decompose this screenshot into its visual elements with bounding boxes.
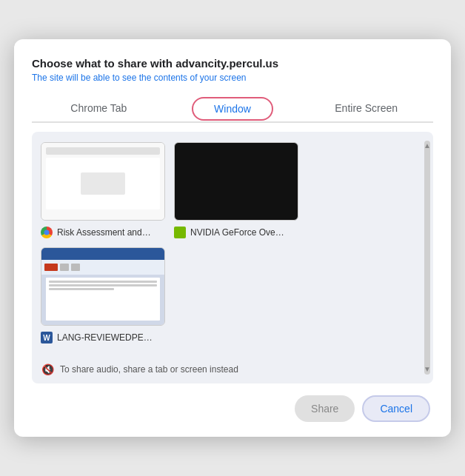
- ribbon-btn3: [71, 264, 80, 271]
- audio-icon: 🔇: [41, 363, 54, 376]
- word-top-bar: [41, 248, 164, 260]
- word-thumb-inner: [41, 248, 164, 325]
- window-label: W LANG-REVIEWEDPERCU...: [41, 332, 165, 343]
- window-thumbnail: [174, 142, 298, 221]
- thumb-content: [46, 158, 160, 209]
- window-label: Risk Assessment and H...: [41, 227, 165, 238]
- tab-window-wrapper: Window: [166, 96, 300, 121]
- tab-entire-screen[interactable]: Entire Screen: [299, 96, 433, 121]
- list-item[interactable]: NVIDIA GeForce Overlay: [174, 142, 298, 238]
- nvidia-icon: [174, 227, 186, 238]
- chrome-icon: [41, 227, 53, 238]
- window-label: NVIDIA GeForce Overlay: [174, 227, 298, 238]
- window-label-text: Risk Assessment and H...: [57, 227, 153, 238]
- ribbon-btn: [44, 264, 58, 271]
- list-item[interactable]: W LANG-REVIEWEDPERCU...: [41, 247, 165, 343]
- audio-notice: 🔇 To share audio, share a tab or screen …: [41, 352, 424, 376]
- word-doc-area: [46, 278, 160, 321]
- share-dialog: Choose what to share with advancity.perc…: [14, 39, 451, 437]
- tab-chrome[interactable]: Chrome Tab: [32, 96, 166, 121]
- tab-window[interactable]: Window: [192, 97, 273, 121]
- content-area: Risk Assessment and H... NVIDIA GeForce …: [32, 132, 433, 383]
- scroll-up-arrow[interactable]: ▲: [424, 142, 431, 150]
- scrollbar[interactable]: ▲ ▼: [424, 141, 430, 375]
- chrome-thumb-inner: [41, 143, 164, 220]
- window-label-text: NVIDIA GeForce Overlay: [190, 227, 287, 238]
- window-thumbnail: [41, 142, 165, 221]
- dialog-subtitle: The site will be able to see the content…: [32, 73, 433, 83]
- doc-line: [49, 284, 157, 286]
- window-label-text: LANG-REVIEWEDPERCU...: [57, 332, 153, 343]
- cancel-button[interactable]: Cancel: [362, 395, 430, 422]
- word-icon: W: [41, 332, 53, 343]
- dialog-footer: Share Cancel: [32, 395, 433, 422]
- doc-line: [49, 288, 114, 290]
- scroll-down-arrow[interactable]: ▼: [424, 366, 431, 373]
- dialog-title: Choose what to share with advancity.perc…: [32, 57, 433, 70]
- ribbon-btn2: [60, 264, 69, 271]
- tab-bar: Chrome Tab Window Entire Screen: [32, 96, 433, 123]
- window-thumbnail: [41, 247, 165, 326]
- list-item[interactable]: Risk Assessment and H...: [41, 142, 165, 238]
- word-ribbon: [41, 260, 164, 275]
- thumb-bar: [46, 147, 160, 155]
- audio-notice-text: To share audio, share a tab or screen in…: [60, 364, 238, 375]
- share-button[interactable]: Share: [295, 395, 355, 422]
- doc-line: [49, 281, 157, 283]
- thumb-inner-rect: [81, 172, 125, 195]
- windows-grid: Risk Assessment and H... NVIDIA GeForce …: [41, 142, 424, 343]
